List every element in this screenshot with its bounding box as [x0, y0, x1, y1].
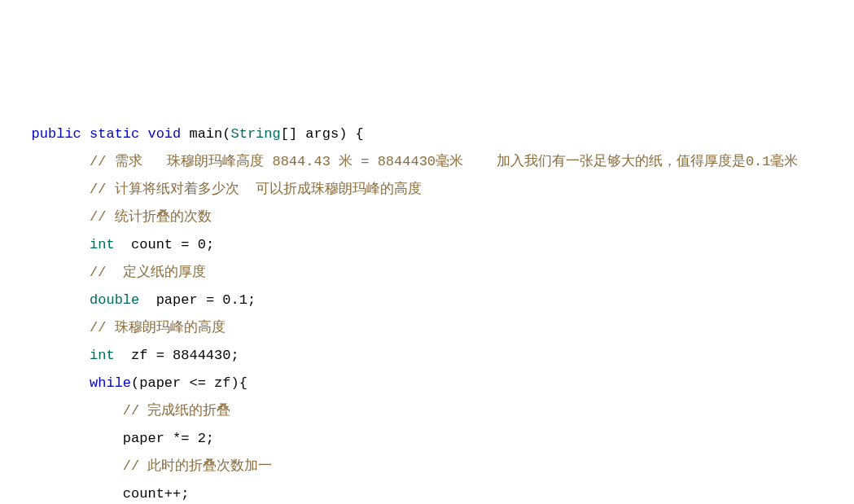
keyword-int: int: [90, 237, 115, 252]
var-paper-assign: paper: [123, 431, 164, 446]
var-paper: paper: [156, 292, 198, 308]
keyword-double: double: [90, 292, 139, 308]
comment-calc: // 计算将纸对着多少次 可以折成珠穆朗玛峰的高度: [90, 182, 422, 197]
var-zf-ref: zf: [214, 375, 230, 391]
semicolon: ;: [247, 292, 256, 308]
var-count: count: [131, 237, 173, 252]
op-le: <=: [189, 375, 205, 391]
var-count-inc: count: [123, 486, 164, 502]
comment-paper-thickness: // 定义纸的厚度: [90, 265, 206, 280]
literal-zero: 0: [198, 237, 206, 252]
op-eq: =: [206, 292, 214, 308]
semicolon: ;: [206, 237, 214, 252]
comment-height: // 珠穆朗玛峰的高度: [90, 320, 226, 335]
type-string: String: [230, 126, 280, 142]
comment-count: // 统计折叠的次数: [90, 209, 212, 225]
literal-two: 2: [198, 431, 206, 446]
literal-paper: 0.1: [222, 292, 247, 308]
var-zf: zf: [131, 348, 147, 363]
array-brackets: []: [281, 126, 297, 142]
var-paper-ref: paper: [139, 375, 181, 391]
keyword-static: static: [90, 126, 139, 142]
op-muleq: *=: [173, 431, 189, 446]
code-block: public static void main(String[] args) {…: [7, 121, 847, 504]
semicolon: ;: [181, 486, 189, 502]
comment-fold: // 完成纸的折叠: [123, 403, 231, 419]
op-inc: ++: [164, 486, 181, 502]
semicolon: ;: [206, 431, 214, 446]
rparen: ): [230, 375, 239, 391]
comment-increment: // 此时的折叠次数加一: [123, 458, 273, 474]
op-eq: =: [156, 348, 164, 363]
method-main: main: [189, 126, 222, 142]
keyword-public: public: [32, 126, 81, 142]
keyword-int: int: [90, 348, 115, 363]
keyword-void: void: [147, 126, 181, 142]
param-args: args: [305, 126, 339, 142]
comment-requirement: // 需求 珠穆朗玛峰高度 8844.43 米 = 8844430毫米 加入我们…: [90, 154, 798, 169]
literal-zf: 8844430: [173, 348, 230, 363]
brace-open: {: [239, 375, 247, 391]
semicolon: ;: [230, 348, 239, 363]
brace-open: {: [356, 126, 364, 142]
lparen: (: [131, 375, 139, 391]
keyword-while: while: [90, 375, 131, 391]
op-eq: =: [181, 237, 189, 252]
